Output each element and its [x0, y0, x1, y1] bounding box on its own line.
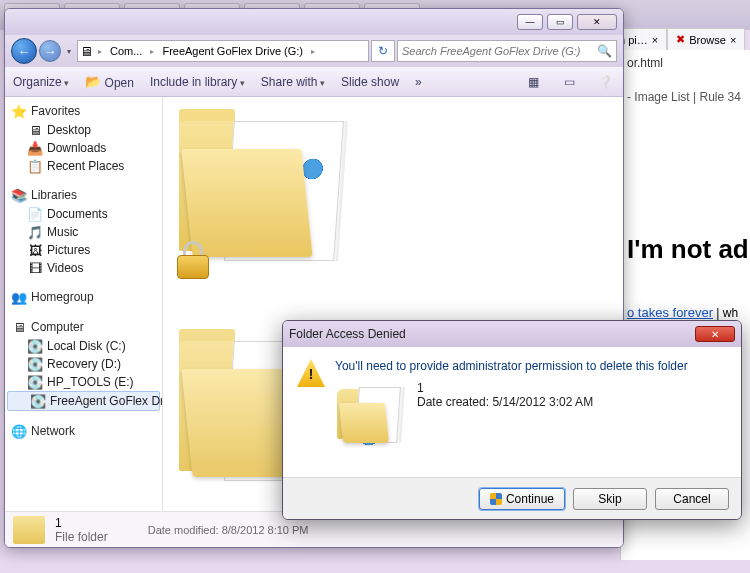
nav-network[interactable]: 🌐Network [5, 421, 162, 441]
nav-pane: ⭐Favorites 🖥Desktop 📥Downloads 📋Recent P… [5, 97, 163, 513]
drive-icon: 💽 [27, 338, 43, 354]
nav-videos[interactable]: 🎞Videos [5, 259, 162, 277]
address-bar: ← → ▾ 🖥 ▸ Com... ▸ FreeAgent GoFlex Driv… [5, 35, 623, 67]
pictures-icon: 🖼 [27, 242, 43, 258]
nav-music[interactable]: 🎵Music [5, 223, 162, 241]
browser-tab[interactable]: ✖Browse × [667, 28, 745, 51]
nav-downloads[interactable]: 📥Downloads [5, 139, 162, 157]
forward-button[interactable]: → [39, 40, 61, 62]
titlebar[interactable]: — ▭ ✕ [5, 9, 623, 35]
drive-icon: 💽 [30, 393, 46, 409]
breadcrumb[interactable]: 🖥 ▸ Com... ▸ FreeAgent GoFlex Drive (G:)… [77, 40, 369, 62]
search-input[interactable] [402, 45, 597, 57]
documents-icon: 📄 [27, 206, 43, 222]
details-meta-label: Date modified: [148, 524, 219, 536]
videos-icon: 🎞 [27, 260, 43, 276]
dialog-buttons: Continue Skip Cancel [283, 477, 741, 519]
details-meta-value: 8/8/2012 8:10 PM [222, 524, 309, 536]
command-bar: Organize 📂 Open Include in library Share… [5, 67, 623, 97]
details-type: File folder [55, 530, 108, 544]
downloads-icon: 📥 [27, 140, 43, 156]
nav-documents[interactable]: 📄Documents [5, 205, 162, 223]
preview-pane-icon[interactable]: ▭ [559, 72, 579, 92]
recent-icon: 📋 [27, 158, 43, 174]
nav-favorites[interactable]: ⭐Favorites [5, 101, 162, 121]
nav-history-dropdown[interactable]: ▾ [63, 41, 75, 61]
page-heading: I'm not ad [627, 234, 744, 265]
details-name: 1 [55, 516, 108, 530]
lock-icon [173, 239, 213, 279]
more-commands[interactable]: » [415, 75, 422, 89]
skip-button[interactable]: Skip [573, 488, 647, 510]
nav-hp-tools-e[interactable]: 💽HP_TOOLS (E:) [5, 373, 162, 391]
back-button[interactable]: ← [11, 38, 37, 64]
folder-icon [335, 381, 405, 447]
share-menu[interactable]: Share with [261, 75, 325, 89]
dialog-titlebar[interactable]: Folder Access Denied ✕ [283, 321, 741, 347]
folder-open-icon: 📂 [85, 74, 101, 90]
organize-menu[interactable]: Organize [13, 75, 69, 89]
uac-shield-icon [490, 493, 502, 505]
folder-icon [13, 516, 45, 544]
nav-libraries[interactable]: 📚Libraries [5, 185, 162, 205]
dialog-title: Folder Access Denied [289, 327, 406, 341]
breadcrumb-sep[interactable]: ▸ [146, 47, 158, 56]
desktop-icon: 🖥 [27, 122, 43, 138]
star-icon: ⭐ [11, 103, 27, 119]
network-icon: 🌐 [11, 423, 27, 439]
folder-item-selected[interactable] [169, 103, 359, 283]
refresh-button[interactable]: ↻ [371, 40, 395, 62]
minimize-button[interactable]: — [517, 14, 543, 30]
dialog-message: You'll need to provide administrator per… [335, 359, 727, 373]
nav-freeagent-g[interactable]: 💽FreeAgent GoFlex Dr [7, 391, 160, 411]
breadcrumb-seg[interactable]: FreeAgent GoFlex Drive (G:) [158, 45, 307, 57]
url-fragment: or.html [627, 56, 744, 70]
homegroup-icon: 👥 [11, 289, 27, 305]
dialog-close-button[interactable]: ✕ [695, 326, 735, 342]
libraries-icon: 📚 [11, 187, 27, 203]
warning-icon [297, 359, 325, 387]
drive-icon: 💽 [27, 356, 43, 372]
maximize-button[interactable]: ▭ [547, 14, 573, 30]
slideshow-button[interactable]: Slide show [341, 75, 399, 89]
open-button[interactable]: 📂 Open [85, 74, 134, 90]
drive-icon: 💽 [27, 374, 43, 390]
nav-pictures[interactable]: 🖼Pictures [5, 241, 162, 259]
nav-homegroup[interactable]: 👥Homegroup [5, 287, 162, 307]
music-icon: 🎵 [27, 224, 43, 240]
computer-icon: 🖥 [78, 43, 94, 59]
text: | wh [713, 306, 738, 320]
nav-recovery-d[interactable]: 💽Recovery (D:) [5, 355, 162, 373]
continue-button[interactable]: Continue [479, 488, 565, 510]
nav-local-disk-c[interactable]: 💽Local Disk (C:) [5, 337, 162, 355]
computer-icon: 🖥 [11, 319, 27, 335]
search-box[interactable]: 🔍 [397, 40, 617, 62]
nav-recent-places[interactable]: 📋Recent Places [5, 157, 162, 175]
view-options-icon[interactable]: ▦ [523, 72, 543, 92]
browser-tabs: n pi… × ✖Browse × [610, 28, 750, 51]
page-link[interactable]: o takes forever [627, 305, 713, 320]
dialog-item-name: 1 [417, 381, 593, 395]
cancel-button[interactable]: Cancel [655, 488, 729, 510]
search-icon[interactable]: 🔍 [597, 44, 612, 58]
breadcrumb-seg[interactable]: Com... [106, 45, 146, 57]
help-icon[interactable]: ❔ [595, 72, 615, 92]
page-links: - Image List | Rule 34 [627, 90, 744, 104]
close-button[interactable]: ✕ [577, 14, 617, 30]
include-library-menu[interactable]: Include in library [150, 75, 245, 89]
breadcrumb-sep[interactable]: ▸ [307, 47, 319, 56]
access-denied-dialog: Folder Access Denied ✕ You'll need to pr… [282, 320, 742, 520]
nav-computer[interactable]: 🖥Computer [5, 317, 162, 337]
dialog-item-meta: Date created: 5/14/2012 3:02 AM [417, 395, 593, 409]
nav-desktop[interactable]: 🖥Desktop [5, 121, 162, 139]
breadcrumb-sep[interactable]: ▸ [94, 47, 106, 56]
